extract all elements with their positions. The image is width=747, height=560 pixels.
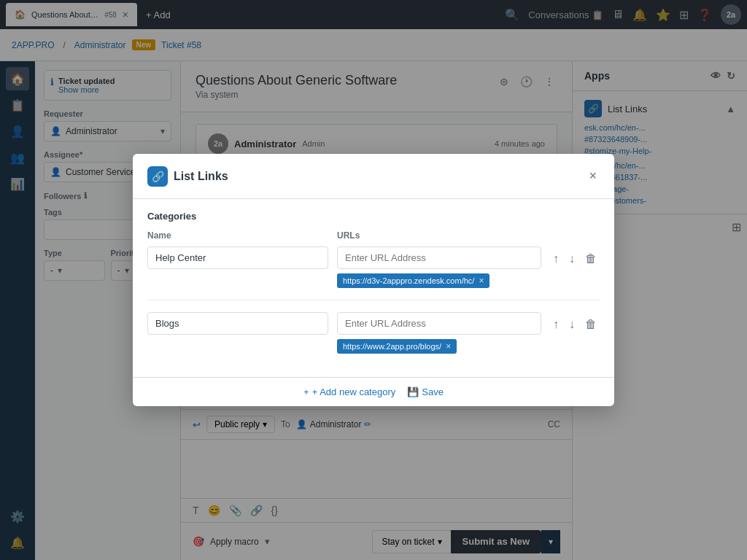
url-tags-2: https://www.2app.pro/blogs/ × bbox=[337, 335, 541, 354]
url-tag-close-1[interactable]: × bbox=[479, 276, 484, 286]
url-tag-close-2[interactable]: × bbox=[446, 341, 451, 351]
save-button[interactable]: 💾 Save bbox=[407, 386, 444, 397]
category-row-blogs: https://www.2app.pro/blogs/ × ↑ ↓ 🗑 bbox=[147, 312, 600, 365]
modal-body: Categories Name URLs https://d3v-2apppro… bbox=[133, 199, 614, 377]
category-row-help-center: https://d3v-2apppro.zendesk.com/hc/ × ↑ … bbox=[147, 246, 600, 300]
delete-button-1[interactable]: 🗑 bbox=[582, 251, 600, 267]
move-down-button-1[interactable]: ↓ bbox=[566, 251, 578, 267]
modal-overlay[interactable]: 🔗 List Links × Categories Name URLs bbox=[0, 0, 747, 560]
category-name-input-2[interactable] bbox=[147, 312, 328, 335]
category-actions-1: ↑ ↓ 🗑 bbox=[550, 246, 600, 267]
save-icon: 💾 bbox=[407, 386, 419, 397]
categories-label: Categories bbox=[147, 211, 600, 222]
url-tag-2: https://www.2app.pro/blogs/ × bbox=[337, 339, 457, 354]
url-tag-1: https://d3v-2apppro.zendesk.com/hc/ × bbox=[337, 273, 489, 288]
modal-close-button[interactable]: × bbox=[586, 166, 600, 187]
url-tags-1: https://d3v-2apppro.zendesk.com/hc/ × bbox=[337, 269, 541, 288]
category-actions-2: ↑ ↓ 🗑 bbox=[550, 312, 600, 332]
category-name-col-2 bbox=[147, 312, 328, 335]
category-name-col-1 bbox=[147, 246, 328, 269]
category-urls-col-1: https://d3v-2apppro.zendesk.com/hc/ × bbox=[337, 246, 541, 288]
modal-footer: + + Add new category 💾 Save bbox=[133, 377, 614, 406]
modal-icon: 🔗 bbox=[147, 166, 168, 187]
col-urls-header: URLs bbox=[337, 230, 600, 241]
modal-header: 🔗 List Links × bbox=[133, 154, 614, 199]
category-urls-col-2: https://www.2app.pro/blogs/ × bbox=[337, 312, 541, 354]
move-up-button-1[interactable]: ↑ bbox=[550, 251, 562, 267]
url-input-1[interactable] bbox=[337, 246, 541, 269]
delete-button-2[interactable]: 🗑 bbox=[582, 316, 600, 332]
plus-icon: + bbox=[303, 386, 309, 397]
col-name-header: Name bbox=[147, 230, 337, 241]
url-input-2[interactable] bbox=[337, 312, 541, 335]
move-down-button-2[interactable]: ↓ bbox=[566, 316, 578, 332]
add-category-button[interactable]: + + Add new category bbox=[303, 386, 395, 397]
category-name-input-1[interactable] bbox=[147, 246, 328, 269]
modal-title: 🔗 List Links bbox=[147, 166, 228, 187]
table-header: Name URLs bbox=[147, 230, 600, 241]
move-up-button-2[interactable]: ↑ bbox=[550, 316, 562, 332]
list-links-modal: 🔗 List Links × Categories Name URLs bbox=[133, 154, 614, 406]
